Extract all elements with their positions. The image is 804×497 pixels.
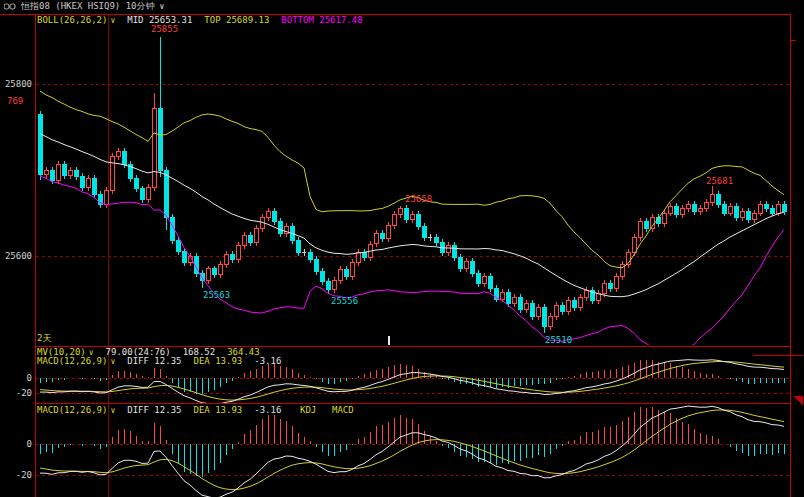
chevron-down-icon[interactable]: ∨ [110,405,115,416]
tab-kdj[interactable]: KDJ [300,405,316,416]
time-range-label: 2天 [37,333,51,344]
indicator-name[interactable]: BOLL(26,26,2) [37,15,107,26]
chevron-down-icon[interactable]: ∨ [110,356,115,367]
price-annotation: 25855 [151,24,178,34]
boll-header: BOLL(26,26,2)∨MID 25653.31TOP 25689.13BO… [37,15,363,26]
axis-tick-label: 25800 [0,79,32,89]
indicator-value: DIFF 12.35 [127,356,181,367]
indicator-value: DEA 13.93 [193,405,242,416]
indicator-value: DIFF 12.35 [127,405,181,416]
price-annotation: 25563 [203,290,230,300]
price-annotation: 25556 [331,296,358,306]
price-annotation: 25658 [405,194,432,204]
indicator-value: TOP 25689.13 [204,15,269,26]
axis-tick-label: -20 [0,470,32,480]
price-annotation: 769 [7,96,23,106]
axis-tick-label: -20 [0,388,32,398]
scroll-position-marker [388,336,390,345]
price-annotation: 25510 [545,335,572,345]
scroll-arrow-icon [793,396,803,405]
price-annotation: 25681 [706,176,733,186]
tab-macd[interactable]: MACD [332,405,354,416]
axis-tick-label: 0 [0,439,32,449]
macd-header-panel2: MACD(12,26,9)∨DIFF 12.35DEA 13.93-3.16 [37,405,281,416]
chevron-down-icon[interactable]: ∨ [110,15,115,26]
chart-canvas[interactable] [0,0,804,497]
axis-tick-label: 25600 [0,251,32,261]
macd-header-panel1: MACD(12,26,9)∨DIFF 12.35DEA 13.93-3.16 [37,356,281,367]
indicator-value: DEA 13.93 [193,356,242,367]
trading-app-window: 恒指08 (HKEX HSIQ9) 10分钟 ∨ BOLL(26,26,2)∨M… [0,0,804,497]
indicator-value: -3.16 [254,405,281,416]
indicator-name[interactable]: MACD(12,26,9) [37,356,107,367]
indicator-name[interactable]: MACD(12,26,9) [37,405,107,416]
axis-tick-label: 0 [0,373,32,383]
indicator-value: BOTTOM 25617.48 [281,15,362,26]
indicator-value: -3.16 [254,356,281,367]
